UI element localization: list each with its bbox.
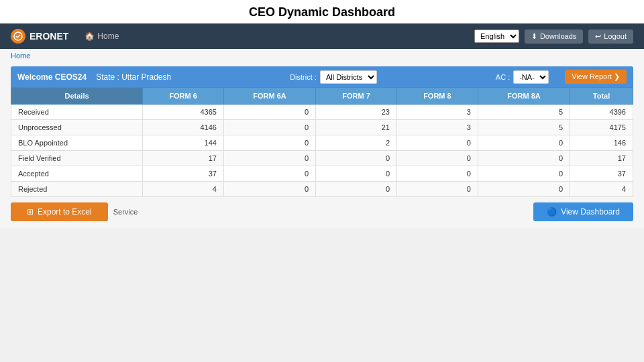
table-cell: 0 [316, 166, 397, 182]
table-cell: 0 [478, 151, 570, 166]
table-cell: 0 [397, 182, 478, 197]
table-cell: 2 [316, 135, 397, 151]
table-cell: Accepted [11, 166, 143, 182]
col-header-form8a: FORM 8A [478, 88, 570, 105]
table-cell: Unprocessed [11, 120, 143, 135]
table-cell: BLO Appointed [11, 135, 143, 151]
district-select[interactable]: All Districts [320, 70, 377, 84]
col-header-form8: FORM 8 [397, 88, 478, 105]
table-cell: 4 [143, 182, 224, 197]
brand-name: ERONET [30, 31, 68, 42]
table-cell: 0 [223, 120, 315, 135]
ac-label: AC : [496, 73, 510, 81]
downloads-label: Downloads [540, 32, 576, 40]
downloads-button[interactable]: ⬇ Downloads [525, 29, 583, 44]
col-header-form6: FORM 6 [143, 88, 224, 105]
table-cell: 17 [143, 151, 224, 166]
table-cell: 21 [316, 120, 397, 135]
home-nav-link[interactable]: 🏠 Home [85, 32, 119, 41]
table-cell: 146 [570, 135, 633, 151]
table-cell: 0 [316, 151, 397, 166]
table-header-row: Details FORM 6 FORM 6A FORM 7 FORM 8 FOR… [11, 88, 633, 105]
table-cell: 0 [223, 151, 315, 166]
table-cell: 4146 [143, 120, 224, 135]
logout-label: Logout [604, 32, 627, 40]
service-text: Service [113, 208, 138, 216]
ac-select[interactable]: -NA- [513, 70, 549, 84]
navbar-right: English ⬇ Downloads ↩ Logout [474, 29, 633, 44]
brand: ERONET [11, 29, 68, 44]
navbar: ERONET 🏠 Home English ⬇ Downloads ↩ Logo… [0, 23, 644, 49]
col-header-total: Total [570, 88, 633, 105]
page-title: CEO Dynamic Dashboard [0, 0, 644, 23]
bottom-bar: ⊞ Export to Excel Service 🔵 View Dashboa… [11, 202, 633, 221]
dashboard-icon: 🔵 [547, 207, 557, 217]
table-cell: 144 [143, 135, 224, 151]
table-cell: 0 [478, 182, 570, 197]
language-select[interactable]: English [474, 29, 519, 43]
navbar-left: ERONET 🏠 Home [11, 29, 119, 44]
view-dashboard-label: View Dashboard [561, 207, 620, 217]
data-table: Details FORM 6 FORM 6A FORM 7 FORM 8 FOR… [11, 87, 633, 197]
breadcrumb-home[interactable]: Home [11, 52, 30, 60]
table-cell: 0 [397, 166, 478, 182]
state-text: State : Uttar Pradesh [96, 72, 171, 82]
table-cell: 5 [478, 120, 570, 135]
table-row: Field Verified17000017 [11, 151, 633, 166]
district-filter-group: District : All Districts [290, 70, 377, 84]
table-cell: 17 [570, 151, 633, 166]
logout-icon: ↩ [595, 32, 601, 41]
table-cell: 0 [397, 151, 478, 166]
table-cell: 0 [316, 182, 397, 197]
table-row: BLO Appointed1440200146 [11, 135, 633, 151]
filter-bar: Welcome CEOS24 State : Uttar Pradesh Dis… [11, 66, 633, 87]
table-cell: 3 [397, 105, 478, 120]
table-cell: 0 [223, 166, 315, 182]
table-cell: 4 [570, 182, 633, 197]
table-cell: 4365 [143, 105, 224, 120]
download-icon: ⬇ [531, 32, 537, 41]
table-cell: 0 [397, 135, 478, 151]
table-cell: 23 [316, 105, 397, 120]
view-report-button[interactable]: View Report ❯ [565, 70, 627, 84]
district-label: District : [290, 73, 317, 81]
view-dashboard-button[interactable]: 🔵 View Dashboard [533, 202, 633, 221]
content-area: Welcome CEOS24 State : Uttar Pradesh Dis… [0, 62, 644, 228]
home-nav-label: Home [97, 32, 119, 41]
ac-filter-group: AC : -NA- [496, 70, 549, 84]
brand-icon [11, 29, 25, 44]
table-cell: 0 [478, 135, 570, 151]
table-row: Rejected400004 [11, 182, 633, 197]
col-header-form7: FORM 7 [316, 88, 397, 105]
breadcrumb: Home [0, 49, 644, 62]
col-header-form6a: FORM 6A [223, 88, 315, 105]
table-cell: 0 [478, 166, 570, 182]
table-cell: 0 [223, 135, 315, 151]
table-cell: 0 [223, 105, 315, 120]
table-cell: Rejected [11, 182, 143, 197]
table-row: Received4365023354396 [11, 105, 633, 120]
welcome-text: Welcome CEOS24 [17, 72, 87, 82]
logout-button[interactable]: ↩ Logout [588, 29, 633, 44]
export-label: Export to Excel [38, 207, 92, 217]
table-cell: 5 [478, 105, 570, 120]
home-icon: 🏠 [85, 32, 95, 41]
table-cell: Received [11, 105, 143, 120]
table-cell: 3 [397, 120, 478, 135]
table-row: Unprocessed4146021354175 [11, 120, 633, 135]
table-cell: 37 [143, 166, 224, 182]
export-excel-button[interactable]: ⊞ Export to Excel [11, 202, 108, 221]
table-cell: 0 [223, 182, 315, 197]
table-cell: 37 [570, 166, 633, 182]
table-row: Accepted37000037 [11, 166, 633, 182]
export-icon: ⊞ [27, 207, 34, 217]
table-cell: Field Verified [11, 151, 143, 166]
table-cell: 4396 [570, 105, 633, 120]
col-header-details: Details [11, 88, 143, 105]
table-cell: 4175 [570, 120, 633, 135]
bottom-left: ⊞ Export to Excel Service [11, 202, 138, 221]
